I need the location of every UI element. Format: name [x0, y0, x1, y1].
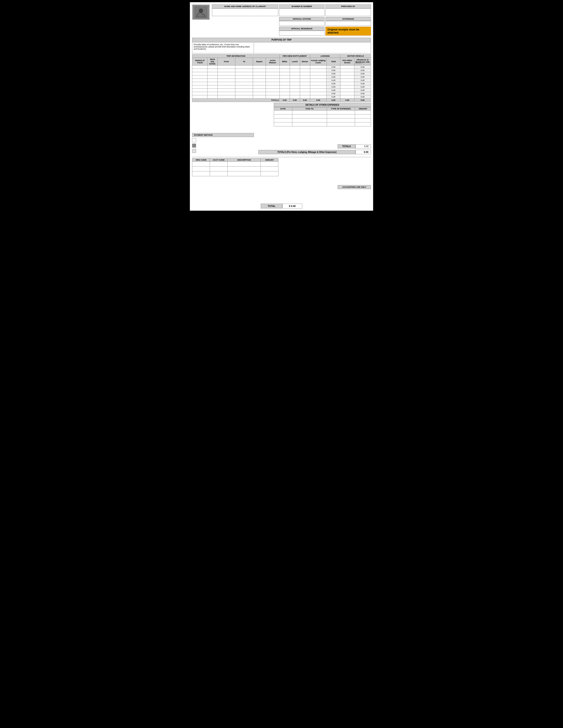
checkbox-lightgray[interactable]: [192, 149, 196, 153]
total-cell-2: 0.00: [327, 72, 341, 75]
totals-box: TOTALS 0.00: [338, 144, 371, 148]
col-dinner: Dinner: [300, 58, 310, 66]
checkbox-item-2: [192, 144, 254, 148]
amount-header: AMOUNT: [261, 158, 278, 162]
extension-value[interactable]: [326, 21, 371, 26]
prepared-by-label: PREPARED BY: [326, 4, 371, 8]
other-expenses-header: DETAILS OF OTHER EXPENSES: [274, 103, 371, 107]
total-cell-4: 0.00: [327, 79, 341, 82]
table-row: 0.00 0.00: [192, 85, 371, 89]
list-item: [274, 118, 371, 122]
name-address-label: NAME AND HOME ADDRESS OF CLAIMANT: [212, 4, 278, 8]
description-header: DESCRIPTION: [227, 158, 261, 162]
col-from: From: [217, 58, 235, 66]
other-expenses-section: DETAILS OF OTHER EXPENSES DATE PAID TO T…: [274, 103, 371, 126]
trip-info-header: TRIP INFORMATION: [192, 54, 280, 58]
official-station-label: OFFICIAL STATION: [279, 17, 325, 21]
to-cell[interactable]: [235, 66, 253, 69]
accounting-use-only: ACCOUNTING USE ONLY: [338, 185, 371, 189]
name-address-field: NAME AND HOME ADDRESS OF CLAIMANT: [212, 4, 278, 16]
purpose-content: (Provide dates of conference, etc.; if m…: [192, 42, 371, 53]
col-paid-to-label: PAID TO: [292, 107, 327, 111]
list-item: [192, 171, 278, 176]
dinner-cell[interactable]: [300, 66, 310, 69]
table-row: 0.00 0.00: [192, 79, 371, 82]
final-total-label: TOTAL: [261, 204, 283, 208]
depart-cell[interactable]: [253, 66, 265, 69]
purpose-input[interactable]: [254, 42, 371, 53]
total-cell-8: 0.00: [327, 92, 341, 95]
allowance-cell-6: 0.00: [354, 85, 371, 89]
allowance-cell-7: 0.00: [354, 89, 371, 92]
work-day-cell[interactable]: [207, 66, 217, 69]
allowance-cell-3: 0.00: [354, 75, 371, 79]
prepared-by-value[interactable]: [326, 8, 371, 16]
dotted-separator: [192, 157, 371, 157]
svg-point-1: [199, 8, 203, 13]
date-cell[interactable]: [192, 66, 207, 69]
per-mile-label: per mile: [362, 61, 370, 63]
total-cell-9: 0.00: [327, 95, 341, 99]
checkbox-white[interactable]: [192, 138, 196, 142]
purpose-description[interactable]: (Provide dates of conference, etc.; if m…: [192, 42, 254, 53]
total-cell-1: 0.00: [327, 69, 341, 72]
checkbox-item-3: [192, 149, 254, 153]
col-lunch: Lunch: [290, 58, 300, 66]
col-depart: Depart: [253, 58, 265, 66]
accounting-table: ORG CODE ACCT CODE DESCRIPTION AMOUNT: [192, 158, 278, 176]
banner-id-value[interactable]: [279, 8, 325, 16]
col-bkfst: Bkfst: [279, 58, 290, 66]
total-lunch: 0.00: [290, 99, 300, 102]
total-pov: 0.00: [341, 99, 354, 102]
total-cell-3: 0.00: [327, 75, 341, 79]
arrive-cell[interactable]: [265, 66, 279, 69]
name-address-value[interactable]: [212, 8, 278, 16]
form-fields: NAME AND HOME ADDRESS OF CLAIMANT BANNER…: [212, 4, 371, 36]
table-row: 0.00 0.00: [192, 66, 371, 69]
official-residence-value[interactable]: [279, 31, 325, 36]
per-diem-header: PER DIEM ENTITLEMENT: [279, 54, 310, 58]
table-row: 0.00 0.00: [192, 89, 371, 92]
final-total-row: TOTAL $ 0.00: [192, 204, 371, 208]
table-row: 0.00 0.00: [192, 82, 371, 85]
lodging-cell[interactable]: [310, 66, 327, 69]
table-row: 0.00 0.00: [192, 69, 371, 72]
main-content: NAME AND HOME ADDRESS OF CLAIMANT BANNER…: [190, 2, 373, 211]
allowance-cell-5: 0.00: [354, 82, 371, 85]
list-item: [192, 162, 278, 167]
official-station-value[interactable]: [279, 21, 325, 26]
prepared-by-field: PREPARED BY: [326, 4, 371, 16]
total-dinner: 0.00: [300, 99, 310, 102]
total-total: 0.00: [327, 99, 341, 102]
from-cell[interactable]: [217, 66, 235, 69]
totals-value: 0.00: [356, 144, 371, 148]
checkbox-item-1: [192, 138, 254, 142]
lodging-header: LODGING: [310, 54, 341, 58]
total-cell-6: 0.00: [327, 85, 341, 89]
table-row: 0.00 0.00: [192, 72, 371, 75]
bkfst-cell[interactable]: [279, 66, 290, 69]
total-lodging: 0.00: [310, 99, 327, 102]
col-allowance-header: Allowance @ $0.575 per mile: [354, 58, 371, 64]
col-type-label: TYPE OF EXPENSES: [327, 107, 355, 111]
grand-total-label: TOTALS (Per Diem, Lodging, Mileage & Oth…: [258, 150, 356, 154]
spacer: [192, 190, 371, 199]
pov-cell[interactable]: [341, 66, 354, 69]
totals-row: TOTALS 0.00 0.00 0.00 0.00 0.00 0.00 0.0…: [192, 99, 371, 102]
official-residence-label: OFFICIAL RESIDENCE: [279, 27, 325, 31]
acct-code-header: ACCT CODE: [210, 158, 227, 162]
checkbox-gray[interactable]: [192, 144, 196, 148]
banner-id-label: BANNER ID NUMBER: [279, 4, 325, 8]
payment-left: PAYMENT METHOD: [192, 133, 254, 154]
total-cell-7: 0.00: [327, 89, 341, 92]
lunch-cell[interactable]: [290, 66, 300, 69]
filler-2: [212, 27, 278, 36]
col-total: Total: [327, 58, 341, 66]
list-item: [274, 122, 371, 126]
extension-label: EXTENSION: [326, 17, 371, 21]
allowance-cell-8: 0.00: [354, 92, 371, 95]
header-row: NAME AND HOME ADDRESS OF CLAIMANT BANNER…: [192, 4, 371, 36]
acct-footer: ACCOUNTING USE ONLY: [192, 185, 371, 189]
col-date: Date(s) of Travel: [192, 58, 207, 66]
payment-section: PAYMENT METHOD TOTALS 0.00: [192, 133, 371, 154]
